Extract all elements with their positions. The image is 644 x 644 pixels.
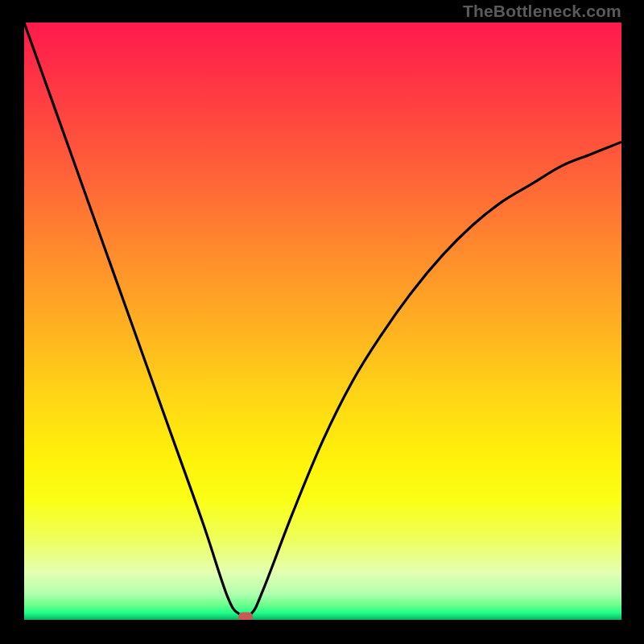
minimum-marker bbox=[238, 613, 253, 620]
attribution-text: TheBottleneck.com bbox=[463, 2, 621, 21]
chart-frame: TheBottleneck.com bbox=[0, 0, 644, 644]
bottleneck-curve bbox=[24, 23, 621, 620]
plot-area bbox=[24, 23, 621, 620]
